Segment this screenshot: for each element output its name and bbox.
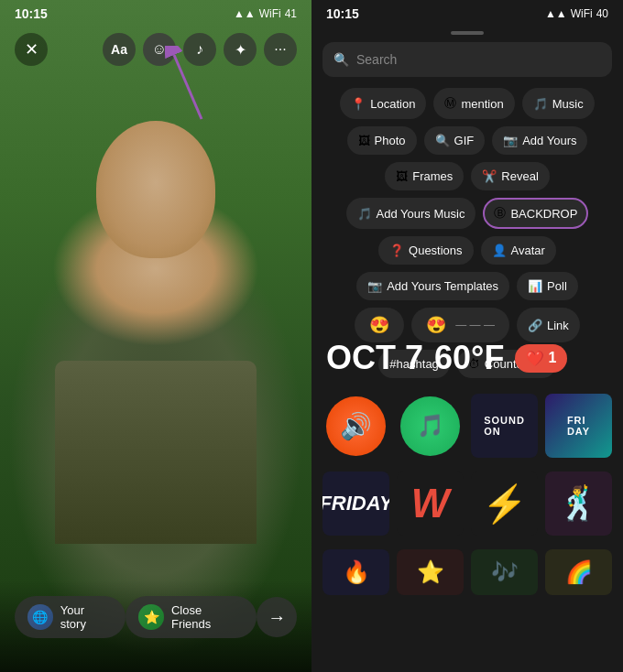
right-panel: 10:15 ▲▲ WiFi 40 🔍 Search 📍 Location Ⓜ m… xyxy=(312,0,623,672)
sticker-add-yours[interactable]: 📷 Add Yours xyxy=(492,126,587,155)
sticker-add-yours-music[interactable]: 🎵 Add Yours Music xyxy=(346,198,476,229)
status-bar-right: 10:15 ▲▲ WiFi 40 xyxy=(312,0,623,27)
sticker-poll[interactable]: 📊 Poll xyxy=(517,272,578,300)
bolt-sticker: ⚡ xyxy=(482,482,528,526)
link-label: Link xyxy=(547,319,569,332)
search-input[interactable]: Search xyxy=(356,52,397,67)
photo-label: Photo xyxy=(375,134,406,147)
gallery-item-4[interactable]: FRIDAY xyxy=(545,394,612,458)
gallery-item-5[interactable]: FRIDAY xyxy=(322,471,389,536)
gallery-item-12[interactable]: 🌈 xyxy=(545,549,612,595)
search-bar[interactable]: 🔍 Search xyxy=(322,42,612,77)
star-sticker: ⭐ xyxy=(417,559,444,585)
add-yours-music-icon: 🎵 xyxy=(357,207,372,221)
sticker-gif[interactable]: 🔍 GIF xyxy=(424,126,486,155)
status-bar-left: 10:15 ▲▲ WiFi 41 xyxy=(0,0,312,27)
mention-icon: Ⓜ xyxy=(444,95,456,112)
add-yours-icon: 📷 xyxy=(503,134,518,147)
sticker-row-5: ❓ Questions 👤 Avatar xyxy=(322,236,612,265)
emoji-chip-2[interactable]: 😍 — — — xyxy=(411,308,509,342)
person-photo xyxy=(0,0,312,672)
more-button[interactable]: ··· xyxy=(264,33,297,66)
sticker-row-4: 🎵 Add Yours Music Ⓑ BACKDROP xyxy=(322,198,612,229)
sparkle-button[interactable]: ✦ xyxy=(224,33,257,66)
gallery-row-1: 🔊 🎵 SOUNDON FRIDAY xyxy=(312,394,623,458)
sticker-link[interactable]: 🔗 Link xyxy=(517,308,580,342)
person-jacket xyxy=(55,361,257,544)
sticker-reveal[interactable]: ✂️ Reveal xyxy=(471,162,549,190)
gif-icon: 🔍 xyxy=(435,134,450,147)
sticker-photo[interactable]: 🖼 Photo xyxy=(347,126,417,155)
frames-icon: 🖼 xyxy=(396,169,408,183)
friday-label: FRIDAY xyxy=(322,492,389,515)
sticker-row-2: 🖼 Photo 🔍 GIF 📷 Add Yours xyxy=(322,126,612,155)
your-story-button[interactable]: 🌐 Your story xyxy=(15,596,126,638)
sticker-music[interactable]: 🎵 Music xyxy=(522,88,595,119)
music-sticker-icon: 🎵 xyxy=(533,97,548,111)
like-count: 1 xyxy=(548,350,556,366)
fire-sticker: 🔥 xyxy=(343,559,370,585)
sticker-frames[interactable]: 🖼 Frames xyxy=(385,162,464,190)
gallery-item-2[interactable]: 🎵 xyxy=(397,394,464,458)
person-sticker: 🕺 xyxy=(558,484,599,523)
sticker-questions[interactable]: ❓ Questions xyxy=(378,236,474,265)
gallery-item-9[interactable]: 🔥 xyxy=(322,549,389,595)
location-label: Location xyxy=(370,97,415,111)
sticker-row-1: 📍 Location Ⓜ mention 🎵 Music xyxy=(322,88,612,119)
gallery-item-3[interactable]: SOUNDON xyxy=(471,394,538,458)
status-icons-right: ▲▲ WiFi 40 xyxy=(545,7,608,20)
emoji-chip-1[interactable]: 😍 xyxy=(355,308,404,342)
text-button[interactable]: Aa xyxy=(103,33,136,66)
sparkle-icon: ✦ xyxy=(235,41,246,59)
backdrop-icon: Ⓑ xyxy=(494,205,506,222)
date-weather-row: OCT 7 60°F ❤️ 1 xyxy=(326,339,608,377)
signal-icon-right: ▲▲ xyxy=(545,7,567,20)
battery-icon-right: 40 xyxy=(596,7,608,20)
text-icon: Aa xyxy=(111,42,127,57)
close-icon: ✕ xyxy=(25,39,38,60)
wifi-icon-right: WiFi xyxy=(571,7,593,20)
gallery-item-11[interactable]: 🎶 xyxy=(471,549,538,595)
frames-label: Frames xyxy=(412,169,453,183)
music-label: Music xyxy=(552,97,584,111)
gallery-item-1[interactable]: 🔊 xyxy=(322,394,389,458)
send-icon: → xyxy=(268,607,286,628)
backdrop-label: BACKDROP xyxy=(510,207,577,221)
sticker-backdrop[interactable]: Ⓑ BACKDROP xyxy=(483,198,588,229)
wifi-icon-left: WiFi xyxy=(259,7,281,20)
signal-icon-left: ▲▲ xyxy=(234,7,256,20)
emoji-text: — — — xyxy=(455,319,495,331)
sticker-avatar[interactable]: 👤 Avatar xyxy=(481,236,556,265)
send-button[interactable]: → xyxy=(257,597,297,637)
emoji-face-1: 😍 xyxy=(369,315,389,335)
sound-on-text-1: SOUNDON xyxy=(484,415,525,437)
gallery-item-7[interactable]: ⚡ xyxy=(471,471,538,536)
like-badge[interactable]: ❤️ 1 xyxy=(515,344,567,373)
like-icon: ❤️ xyxy=(526,350,544,367)
gallery-item-6[interactable]: W xyxy=(397,471,464,536)
close-friends-label: Close Friends xyxy=(171,603,244,631)
avatar-label: Avatar xyxy=(511,244,545,257)
questions-icon: ❓ xyxy=(389,244,404,257)
time-right: 10:15 xyxy=(326,6,359,21)
sticker-location[interactable]: 📍 Location xyxy=(340,88,426,119)
friday-text-1: FRIDAY xyxy=(567,415,590,437)
music-sticker: 🎶 xyxy=(491,559,519,585)
gallery-item-8[interactable]: 🕺 xyxy=(545,471,612,536)
friends-avatar: ⭐ xyxy=(138,604,164,630)
left-panel: 10:15 ▲▲ WiFi 41 ✕ Aa ☺ ♪ ✦ xyxy=(0,0,312,672)
mention-label: mention xyxy=(461,97,503,111)
gif-label: GIF xyxy=(454,134,475,147)
story-avatar: 🌐 xyxy=(27,604,53,630)
close-button[interactable]: ✕ xyxy=(15,33,48,66)
sticker-mention[interactable]: Ⓜ mention xyxy=(433,88,514,119)
close-friends-button[interactable]: ⭐ Close Friends xyxy=(126,596,257,638)
temp-text: 60°F xyxy=(434,339,504,377)
gallery-item-10[interactable]: ⭐ xyxy=(397,549,464,595)
search-icon: 🔍 xyxy=(333,52,349,67)
time-left: 10:15 xyxy=(15,6,48,21)
sticker-add-yours-templates[interactable]: 📷 Add Yours Templates xyxy=(356,272,509,300)
sticker-grid: 📍 Location Ⓜ mention 🎵 Music 🖼 Photo 🔍 G… xyxy=(322,88,612,378)
gallery-row-2: FRIDAY W ⚡ 🕺 xyxy=(312,471,623,536)
sticker-row-7: 😍 😍 — — — 🔗 Link xyxy=(322,308,612,342)
